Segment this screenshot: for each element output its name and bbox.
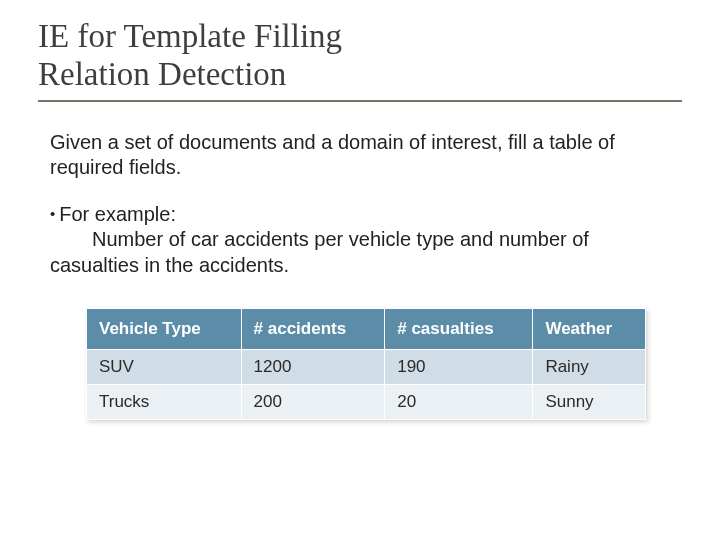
cell: Sunny [533, 385, 646, 420]
col-weather: Weather [533, 309, 646, 350]
bullet-icon: • [50, 205, 55, 222]
title-line-1: IE for Template Filling [38, 18, 342, 54]
cell: Rainy [533, 350, 646, 385]
cell: 20 [385, 385, 533, 420]
bullet-lead: For example: [59, 203, 176, 225]
slide-body: IE for Template Filling Relation Detecti… [0, 0, 720, 420]
cell: Trucks [87, 385, 242, 420]
data-table-wrap: Vehicle Type # accidents # casualties We… [86, 308, 622, 420]
cell: 190 [385, 350, 533, 385]
slide-title: IE for Template Filling Relation Detecti… [38, 18, 682, 102]
col-accidents: # accidents [241, 309, 385, 350]
data-table: Vehicle Type # accidents # casualties We… [86, 308, 646, 420]
cell: 1200 [241, 350, 385, 385]
title-line-2: Relation Detection [38, 56, 286, 92]
table-row: Trucks 200 20 Sunny [87, 385, 646, 420]
table-row: SUV 1200 190 Rainy [87, 350, 646, 385]
intro-text: Given a set of documents and a domain of… [50, 130, 662, 180]
cell: 200 [241, 385, 385, 420]
col-vehicle-type: Vehicle Type [87, 309, 242, 350]
col-casualties: # casualties [385, 309, 533, 350]
example-block: •For example: Number of car accidents pe… [50, 202, 662, 278]
cell: SUV [87, 350, 242, 385]
bullet-detail: Number of car accidents per vehicle type… [50, 228, 589, 275]
table-header-row: Vehicle Type # accidents # casualties We… [87, 309, 646, 350]
